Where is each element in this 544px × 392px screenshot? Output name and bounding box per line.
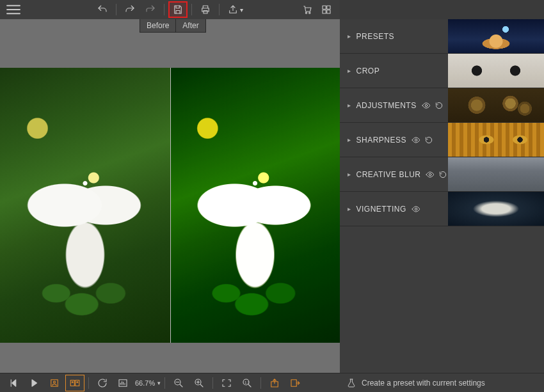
- panel-thumbnail: [448, 192, 544, 226]
- create-preset-button[interactable]: Create a preset with current settings: [340, 378, 544, 388]
- separator: [88, 377, 89, 389]
- single-view-button[interactable]: [45, 375, 64, 391]
- panel-adjustments[interactable]: ▸ ADJUSTMENTS: [340, 88, 544, 123]
- zoom-in-button[interactable]: [189, 375, 209, 391]
- bottom-toolbar: 66.7% ▾ 1:1 Create a preset with current…: [0, 373, 544, 392]
- panel-label: ADJUSTMENTS: [356, 101, 417, 110]
- chevron-right-icon: ▸: [348, 102, 351, 109]
- eye-icon[interactable]: [412, 205, 420, 214]
- chevron-right-icon: ▸: [348, 205, 351, 212]
- canvas-area[interactable]: [0, 19, 340, 373]
- svg-point-3: [309, 12, 310, 13]
- svg-text:1:1: 1:1: [244, 380, 249, 384]
- eye-icon[interactable]: [422, 101, 431, 110]
- panel-label: VIGNETTING: [356, 205, 406, 214]
- panel-presets[interactable]: ▸ PRESETS: [340, 19, 544, 54]
- compare-divider[interactable]: [170, 68, 171, 343]
- rotate-button[interactable]: [93, 375, 112, 391]
- image-after: [170, 68, 340, 343]
- separator: [164, 4, 164, 15]
- separator: [116, 4, 116, 15]
- separator: [191, 4, 192, 15]
- compare-tabs: Before After: [140, 19, 206, 33]
- svg-point-10: [429, 173, 432, 176]
- histogram-button[interactable]: [113, 375, 132, 391]
- top-toolbar: ▾: [0, 0, 340, 19]
- panel-thumbnail: [448, 123, 544, 157]
- panel-thumbnail: [448, 157, 544, 191]
- separator: [260, 377, 261, 389]
- zoom-out-button[interactable]: [169, 375, 188, 391]
- separator: [212, 377, 213, 389]
- svg-point-13: [54, 381, 56, 383]
- panel-vignetting[interactable]: ▸ VIGNETTING: [340, 192, 544, 226]
- eye-icon[interactable]: [412, 136, 420, 145]
- panel-label: PRESETS: [356, 32, 395, 41]
- panel-empty-area: [340, 226, 544, 373]
- first-image-button[interactable]: [4, 375, 23, 391]
- image-before: [0, 68, 170, 343]
- panel-label: CREATIVE BLUR: [356, 170, 421, 179]
- svg-rect-1: [204, 11, 207, 14]
- panel-thumbnail: [448, 88, 544, 122]
- svg-rect-7: [327, 10, 330, 13]
- fit-screen-button[interactable]: [217, 375, 236, 391]
- grid-view-button[interactable]: [317, 1, 336, 18]
- print-button[interactable]: [196, 1, 215, 18]
- undo-button[interactable]: [93, 1, 112, 18]
- reset-icon[interactable]: [435, 101, 444, 110]
- chevron-down-icon[interactable]: ▾: [157, 380, 161, 386]
- reset-icon[interactable]: [438, 170, 447, 179]
- compare-view-button[interactable]: [65, 375, 84, 391]
- eye-icon[interactable]: [426, 170, 435, 179]
- svg-rect-4: [323, 6, 326, 9]
- svg-rect-0: [202, 8, 209, 12]
- separator: [164, 377, 165, 389]
- zoom-value: 66.7%: [135, 379, 155, 387]
- svg-rect-6: [323, 10, 326, 13]
- panel-thumbnail: [448, 54, 544, 88]
- chevron-right-icon: ▸: [348, 33, 351, 40]
- svg-rect-5: [327, 6, 330, 9]
- svg-rect-24: [291, 379, 296, 386]
- flask-icon: [346, 378, 356, 388]
- tab-before[interactable]: Before: [140, 19, 175, 33]
- play-button[interactable]: [24, 375, 44, 391]
- svg-point-16: [72, 381, 73, 382]
- panel-label: CROP: [356, 67, 380, 75]
- menu-button[interactable]: [4, 1, 23, 18]
- panel-crop[interactable]: ▸ CROP: [340, 54, 544, 88]
- panel-sharpness[interactable]: ▸ SHARPNESS: [340, 123, 544, 157]
- reset-icon[interactable]: [424, 136, 433, 145]
- panel-creative-blur[interactable]: ▸ CREATIVE BLUR: [340, 157, 544, 192]
- side-panel: ▸ PRESETS ▸ CROP ▸ ADJUSTMENTS ▸ SHARPNE…: [340, 19, 544, 373]
- repeat-button[interactable]: [141, 1, 160, 18]
- actual-pixels-button[interactable]: 1:1: [237, 375, 257, 391]
- create-preset-label: Create a preset with current settings: [362, 379, 485, 388]
- panel-thumbnail: [448, 19, 544, 53]
- chevron-right-icon: ▸: [348, 67, 351, 74]
- chevron-right-icon: ▸: [348, 171, 351, 178]
- save-button[interactable]: [168, 1, 188, 18]
- apply-next-button[interactable]: [285, 375, 305, 391]
- cart-button[interactable]: [298, 1, 317, 18]
- svg-point-17: [77, 381, 78, 382]
- panel-label: SHARPNESS: [356, 136, 407, 145]
- separator: [219, 4, 220, 15]
- svg-point-8: [425, 104, 428, 107]
- svg-point-9: [415, 139, 417, 141]
- chevron-right-icon: ▸: [348, 136, 351, 143]
- svg-point-2: [305, 12, 307, 13]
- redo-button[interactable]: [120, 1, 140, 18]
- tab-after[interactable]: After: [175, 19, 205, 33]
- main-area: ▸ PRESETS ▸ CROP ▸ ADJUSTMENTS ▸ SHARPNE…: [0, 19, 544, 373]
- svg-point-11: [415, 208, 417, 210]
- before-after-container: [0, 68, 340, 343]
- export-button[interactable]: [265, 375, 284, 391]
